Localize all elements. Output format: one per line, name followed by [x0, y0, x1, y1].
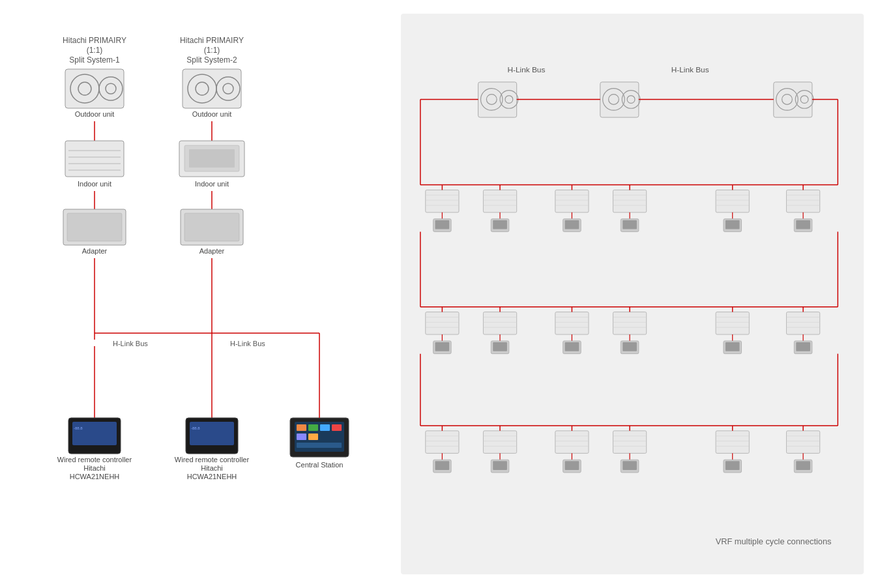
- svg-rect-192: [426, 431, 459, 453]
- svg-rect-56: [290, 418, 349, 457]
- svg-rect-19: [63, 209, 126, 245]
- svg-rect-12: [65, 141, 124, 177]
- svg-rect-111: [613, 190, 646, 212]
- svg-rect-25: [68, 418, 121, 454]
- svg-rect-169: [716, 312, 749, 334]
- svg-text:Central Station: Central Station: [296, 461, 344, 469]
- svg-rect-62: [297, 434, 306, 440]
- svg-rect-124: [726, 220, 740, 229]
- svg-rect-20: [67, 213, 122, 241]
- svg-text:Outdoor unit: Outdoor unit: [192, 110, 232, 118]
- svg-text:(1:1): (1:1): [87, 46, 103, 55]
- svg-rect-103: [493, 220, 507, 229]
- svg-rect-168: [623, 342, 637, 351]
- svg-text:Hitachi: Hitachi: [201, 464, 223, 472]
- svg-text:(1:1): (1:1): [204, 46, 220, 55]
- svg-rect-155: [555, 312, 589, 334]
- svg-text:Hitachi PRIMAIRY: Hitachi PRIMAIRY: [180, 36, 244, 45]
- svg-rect-227: [786, 431, 819, 453]
- svg-rect-39: [184, 145, 239, 171]
- svg-rect-118: [716, 190, 749, 212]
- svg-rect-226: [726, 461, 740, 470]
- svg-rect-206: [555, 431, 589, 453]
- svg-rect-198: [435, 461, 450, 470]
- svg-text:-88.8: -88.8: [191, 426, 200, 430]
- svg-rect-63: [308, 434, 318, 440]
- svg-rect-50: [186, 418, 238, 454]
- svg-point-7: [78, 82, 91, 95]
- svg-rect-233: [796, 461, 810, 470]
- svg-rect-40: [189, 149, 235, 168]
- svg-text:Wired remote controller: Wired remote controller: [57, 456, 132, 463]
- svg-text:Hitachi: Hitachi: [83, 464, 106, 472]
- svg-text:H-Link Bus: H-Link Bus: [230, 340, 265, 347]
- svg-rect-43: [181, 209, 243, 245]
- svg-text:Adapter: Adapter: [199, 247, 225, 255]
- svg-point-32: [188, 74, 216, 103]
- svg-point-33: [196, 82, 209, 95]
- svg-rect-176: [786, 312, 819, 334]
- svg-point-35: [223, 83, 233, 94]
- svg-rect-110: [565, 220, 579, 229]
- svg-text:Wired remote controller: Wired remote controller: [175, 456, 250, 463]
- svg-rect-125: [786, 190, 819, 212]
- svg-rect-213: [613, 431, 646, 453]
- svg-text:H-Link Bus: H-Link Bus: [113, 340, 148, 347]
- svg-point-8: [99, 77, 123, 100]
- svg-text:Split System-2: Split System-2: [186, 55, 237, 65]
- svg-rect-104: [555, 190, 589, 212]
- svg-rect-175: [726, 342, 740, 351]
- svg-text:Adapter: Adapter: [82, 247, 108, 255]
- svg-rect-161: [565, 342, 579, 351]
- svg-rect-60: [320, 424, 330, 431]
- svg-rect-205: [493, 461, 507, 470]
- svg-rect-199: [483, 431, 516, 453]
- left-panel: Hitachi PRIMAIRY (1:1) Split System-1 Hi…: [16, 14, 401, 574]
- hlink-bus-2-label: H-Link Bus: [671, 65, 709, 74]
- sys1-title: Hitachi PRIMAIRY: [63, 36, 126, 45]
- svg-rect-154: [493, 342, 507, 351]
- svg-text:Outdoor unit: Outdoor unit: [75, 110, 115, 118]
- svg-rect-97: [483, 190, 516, 212]
- svg-rect-51: [190, 422, 234, 445]
- svg-rect-5: [65, 69, 124, 108]
- main-container: Hitachi PRIMAIRY (1:1) Split System-1 Hi…: [16, 14, 864, 574]
- svg-rect-147: [435, 342, 450, 351]
- hlink-bus-1-label: H-Link Bus: [508, 65, 546, 74]
- svg-rect-58: [297, 424, 306, 431]
- svg-rect-182: [796, 342, 810, 351]
- vrf-title: VRF multiple cycle connections: [716, 537, 832, 546]
- svg-rect-78: [774, 82, 812, 117]
- left-diagram-svg: Hitachi PRIMAIRY (1:1) Split System-1 Hi…: [16, 14, 401, 574]
- svg-rect-162: [613, 312, 646, 334]
- vrf-diagram-svg: H-Link Bus H-Link Bus: [414, 27, 851, 561]
- svg-rect-64: [297, 443, 342, 448]
- svg-rect-61: [332, 424, 342, 431]
- svg-rect-38: [179, 141, 244, 177]
- svg-rect-68: [478, 82, 517, 117]
- svg-point-9: [106, 83, 116, 94]
- svg-text:HCWA21NEHH: HCWA21NEHH: [187, 473, 237, 480]
- svg-text:Split System-1: Split System-1: [69, 55, 120, 65]
- svg-rect-220: [716, 431, 749, 453]
- svg-point-6: [70, 74, 99, 103]
- svg-text:Indoor unit: Indoor unit: [78, 180, 111, 188]
- svg-rect-26: [72, 422, 117, 445]
- svg-text:Indoor unit: Indoor unit: [195, 180, 229, 188]
- svg-rect-73: [600, 82, 639, 117]
- svg-rect-219: [623, 461, 637, 470]
- svg-rect-90: [426, 190, 459, 212]
- svg-rect-117: [623, 220, 637, 229]
- svg-rect-148: [483, 312, 516, 334]
- svg-rect-59: [308, 424, 318, 431]
- svg-rect-131: [796, 220, 810, 229]
- svg-point-34: [216, 77, 240, 100]
- svg-text:HCWA21NEHH: HCWA21NEHH: [70, 473, 120, 480]
- svg-rect-31: [183, 69, 241, 108]
- svg-text:-88.8: -88.8: [74, 426, 83, 430]
- svg-rect-57: [295, 422, 344, 452]
- svg-rect-96: [435, 220, 450, 229]
- svg-rect-44: [184, 213, 239, 241]
- svg-rect-212: [565, 461, 579, 470]
- svg-rect-141: [426, 312, 459, 334]
